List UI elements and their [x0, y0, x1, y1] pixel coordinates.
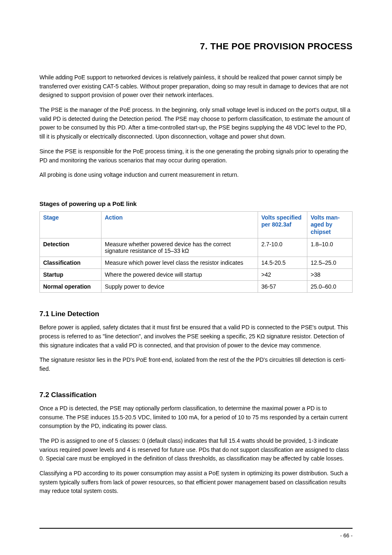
cell-volts-chipset: 25.0–60.0 — [307, 281, 353, 293]
cell-volts-chipset: 12.5–25.0 — [307, 257, 353, 269]
page-number: - 66 - — [340, 532, 353, 539]
section-7-2-paragraph: Once a PD is detected, the PSE may optio… — [39, 404, 353, 431]
cell-action: Where the powered device will startup — [101, 269, 258, 281]
table-row: Normal operation Supply power to device … — [40, 281, 353, 293]
section-7-2-paragraph: The PD is assigned to one of 5 classes: … — [39, 437, 353, 463]
table-row: Classification Measure which power level… — [40, 257, 353, 269]
cell-action: Measure whether powered device has the c… — [101, 238, 258, 257]
cell-volts-chipset: >38 — [307, 269, 353, 281]
section-7-1-paragraph: Before power is applied, safety dictates… — [39, 323, 353, 350]
cell-action: Supply power to device — [101, 281, 258, 293]
cell-stage: Classification — [40, 257, 101, 269]
table-row: Detection Measure whether powered device… — [40, 238, 353, 257]
cell-stage: Startup — [40, 269, 101, 281]
section-7-2-paragraph: Classifying a PD according to its power … — [39, 469, 353, 496]
intro-paragraph: The PSE is the manager of the PoE proces… — [39, 106, 353, 141]
cell-action: Measure which power level class the resi… — [101, 257, 258, 269]
cell-volts-spec: 36-57 — [258, 281, 307, 293]
cell-stage: Normal operation — [40, 281, 101, 293]
intro-paragraph: While adding PoE support to networked de… — [39, 73, 353, 100]
page: 7. THE POE PROVISION PROCESS While addin… — [0, 0, 392, 555]
stages-table: Stage Action Volts speci­fied per 802.3a… — [39, 211, 353, 293]
section-7-1-paragraph: The signature resistor lies in the PD's … — [39, 356, 353, 373]
table-row: Startup Where the powered device will st… — [40, 269, 353, 281]
section-heading-7-1: 7.1 Line Detection — [39, 310, 353, 318]
intro-paragraph: Since the PSE is responsible for the PoE… — [39, 147, 353, 165]
th-action: Action — [101, 211, 258, 238]
intro-paragraph: All probing is done using voltage induct… — [39, 171, 353, 180]
cell-stage: Detection — [40, 238, 101, 257]
cell-volts-chipset: 1.8–10.0 — [307, 238, 353, 257]
cell-volts-spec: 2.7-10.0 — [258, 238, 307, 257]
cell-volts-spec: >42 — [258, 269, 307, 281]
th-volts-chipset: Volts man­aged by chipset — [307, 211, 353, 238]
table-header-row: Stage Action Volts speci­fied per 802.3a… — [40, 211, 353, 238]
th-volts-spec: Volts speci­fied per 802.3af — [258, 211, 307, 238]
footer-rule — [39, 528, 353, 529]
table-caption: Stages of powering up a PoE link — [39, 200, 353, 207]
chapter-title: 7. THE POE PROVISION PROCESS — [39, 41, 353, 52]
th-stage: Stage — [40, 211, 101, 238]
cell-volts-spec: 14.5-20.5 — [258, 257, 307, 269]
section-heading-7-2: 7.2 Classification — [39, 391, 353, 399]
